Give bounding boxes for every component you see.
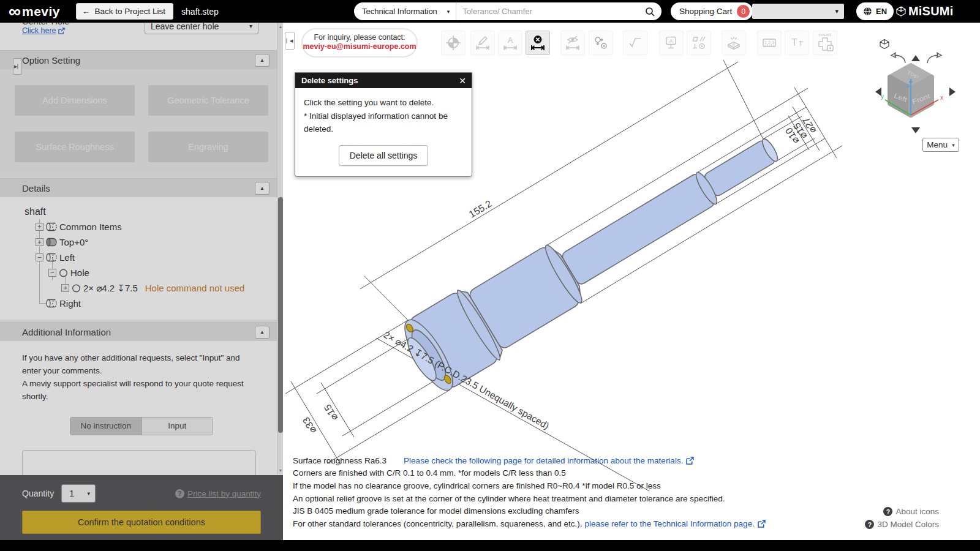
sidebar-collapse-handle[interactable]: ▶▏: [13, 58, 22, 75]
six-views-button[interactable]: 6VIEWS: [813, 31, 837, 55]
additional-info-desc1: If you have any other additional request…: [22, 352, 256, 378]
tree-item-top[interactable]: + Top+0°: [0, 234, 283, 250]
note-text: An optional relief groove is set at the …: [293, 494, 725, 503]
contact-email[interactable]: meviy-eu@misumi-europe.com: [303, 42, 417, 51]
quote-footer: Quantity 1 ▾ ? Price list by quantity Co…: [0, 475, 283, 540]
tree-item-hole[interactable]: − Hole: [0, 265, 283, 280]
search-input[interactable]: [456, 7, 645, 16]
meviy-logo-text: meviy: [22, 4, 60, 19]
collapse-icon[interactable]: −: [48, 269, 56, 277]
back-to-project-list-button[interactable]: ← Back to Project List: [76, 3, 173, 20]
scroll-up-icon[interactable]: ▲: [277, 24, 283, 29]
details-collapse-button[interactable]: ▲: [255, 182, 270, 195]
question-icon: ?: [175, 489, 184, 498]
dim-dia33: ⌀33: [301, 416, 318, 435]
measure-button[interactable]: 1 2 3: [757, 31, 782, 55]
bottom-bar: [0, 540, 980, 551]
standard-notes: Surface roughness Ra6.3 Please check the…: [293, 454, 766, 530]
input-option[interactable]: Input: [141, 418, 213, 435]
scroll-down-icon[interactable]: ▼: [277, 468, 283, 473]
delete-dimension-icon: [530, 35, 546, 51]
cube-mode-icon[interactable]: [879, 39, 890, 50]
add-dimensions-button[interactable]: Add Dimensions: [15, 85, 135, 116]
details-title: Details: [22, 183, 50, 193]
search-category-select[interactable]: Technical Information ▾: [354, 2, 456, 20]
datum-target-button[interactable]: [441, 31, 466, 55]
collapse-icon[interactable]: −: [36, 253, 43, 261]
delete-dimension-button[interactable]: [526, 31, 550, 55]
center-hole-select[interactable]: Leave center hole ▾: [145, 23, 258, 34]
external-link-icon[interactable]: [758, 520, 766, 528]
option-setting-collapse-button[interactable]: ▲: [255, 54, 270, 67]
svg-text:T: T: [799, 40, 803, 47]
scrollbar-thumb[interactable]: [278, 197, 283, 433]
tree-root-shaft[interactable]: shaft: [0, 204, 283, 219]
option-setting-title: Option Setting: [22, 55, 80, 66]
surface-roughness-tool-button[interactable]: [623, 31, 647, 55]
shopping-cart-button[interactable]: Shopping Cart 0: [671, 2, 753, 20]
quantity-select[interactable]: 1 ▾: [61, 484, 96, 503]
technical-info-link[interactable]: please refer to the Technical Informatio…: [584, 519, 754, 528]
details-tree: shaft + Common Items + Top+0° − Left − H…: [0, 197, 283, 320]
pencil-dimension-icon: [475, 35, 491, 51]
meviy-logo[interactable]: ∞ meviy: [9, 4, 60, 19]
back-arrow-icon: ←: [82, 7, 91, 16]
drawing-toolbar: A A A 1 2 3 TT 6VIEWS: [441, 31, 837, 55]
language-button[interactable]: EN: [856, 2, 894, 20]
tree-item-left[interactable]: − Left: [0, 250, 283, 265]
sidebar-scrollbar[interactable]: ▲ ▼: [277, 23, 283, 474]
heat-treatment-button[interactable]: A: [722, 31, 746, 55]
svg-text:T: T: [791, 37, 797, 48]
center-hole-click-here-link[interactable]: Click here: [22, 26, 65, 35]
additional-info-collapse-button[interactable]: ▲: [255, 326, 270, 339]
close-icon[interactable]: ✕: [459, 76, 466, 86]
note-text: If the model has no clearance groove, cy…: [293, 481, 661, 490]
expand-icon[interactable]: +: [36, 238, 43, 246]
model-colors-link[interactable]: ? 3D Model Colors: [865, 518, 939, 531]
dialog-title: Delete settings: [301, 76, 358, 85]
engraving-button[interactable]: Engraving: [148, 132, 268, 162]
geometric-tolerance-tool-button[interactable]: [687, 31, 711, 55]
top-bar: ∞ meviy ← Back to Project List shaft.ste…: [0, 0, 980, 23]
search-icon[interactable]: [645, 7, 655, 17]
price-list-link[interactable]: ? Price list by quantity: [175, 489, 261, 498]
header-dropdown[interactable]: ▾: [752, 4, 844, 19]
expand-icon[interactable]: +: [36, 223, 43, 231]
misumi-logo-text: MiSUMi: [908, 4, 953, 18]
axis-z-label: z: [906, 82, 909, 89]
geometric-tolerance-button[interactable]: Geometric Tolerance: [148, 85, 268, 116]
hole-icon: [58, 268, 69, 278]
text-size-button[interactable]: TT: [785, 31, 809, 55]
hide-dimension-button[interactable]: [560, 31, 585, 55]
about-icons-link[interactable]: ? About icons: [865, 505, 939, 518]
svg-text:6VIEWS: 6VIEWS: [819, 33, 832, 37]
rotate-right-arrow[interactable]: [949, 88, 956, 96]
no-instruction-option[interactable]: No instruction: [70, 418, 141, 435]
misumi-logo[interactable]: MiSUMi: [896, 4, 953, 18]
hole-group-icon: [593, 35, 609, 51]
note-text: For other standard tolerances (concentri…: [293, 519, 582, 528]
edit-dimension-button[interactable]: [470, 31, 495, 55]
confirm-quotation-button[interactable]: Confirm the quotation conditions: [22, 511, 261, 534]
expand-icon[interactable]: +: [61, 284, 69, 292]
engraving-tool-button[interactable]: A: [659, 31, 684, 55]
external-link-icon[interactable]: [686, 457, 694, 465]
tree-item-common-items[interactable]: + Common Items: [0, 219, 283, 234]
tree-item-right[interactable]: Right: [0, 296, 283, 311]
cart-count-badge: 0: [737, 5, 750, 18]
cylinder-filled-icon: [45, 238, 58, 247]
note-text: Corners are finished with C/R 0.1 to 0.4…: [293, 468, 566, 478]
panel-collapse-handle[interactable]: ▏◀: [285, 32, 295, 50]
viewcube-menu-button[interactable]: Menu ▾: [922, 138, 959, 152]
view-cube[interactable]: Top Left Front y x z: [879, 56, 946, 129]
question-icon: ?: [865, 520, 874, 529]
delete-all-settings-button[interactable]: Delete all settings: [339, 145, 429, 166]
header-search: Technical Information ▾: [354, 2, 662, 20]
text-dimension-button[interactable]: A: [498, 31, 522, 55]
surface-roughness-button[interactable]: Surface Roughness: [15, 132, 135, 162]
hole-group-button[interactable]: [589, 31, 613, 55]
dialog-titlebar[interactable]: Delete settings ✕: [295, 73, 472, 88]
tree-item-hole-spec[interactable]: + 2× ⌀4.2 ↧7.5 Hole command not used: [0, 280, 283, 296]
materials-info-link[interactable]: Please check the following page for deta…: [404, 456, 683, 465]
back-button-label: Back to Project List: [95, 7, 166, 16]
